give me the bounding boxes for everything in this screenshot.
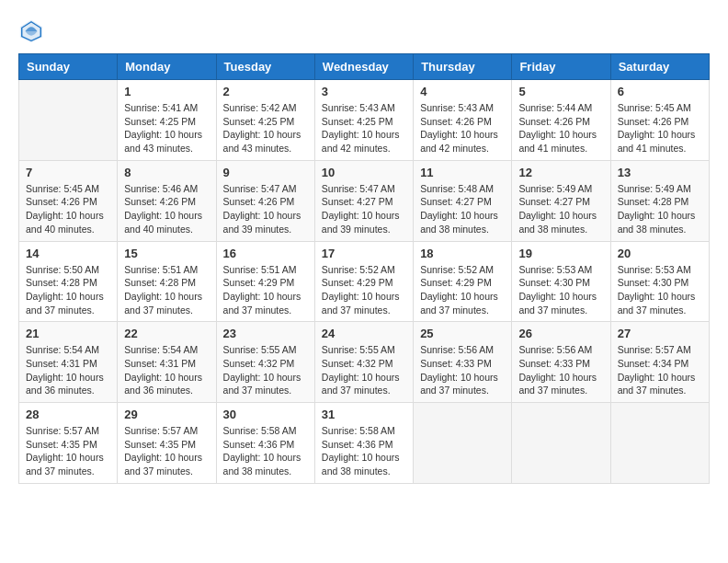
- calendar-cell: 5Sunrise: 5:44 AM Sunset: 4:26 PM Daylig…: [512, 80, 610, 161]
- day-number: 25: [420, 327, 505, 340]
- calendar-week-row: 1Sunrise: 5:41 AM Sunset: 4:25 PM Daylig…: [19, 80, 710, 161]
- day-number: 15: [124, 247, 209, 260]
- calendar-cell: 21Sunrise: 5:54 AM Sunset: 4:31 PM Dayli…: [19, 322, 118, 403]
- day-number: 4: [420, 85, 505, 98]
- calendar-cell: 8Sunrise: 5:46 AM Sunset: 4:26 PM Daylig…: [118, 160, 216, 241]
- day-number: 17: [322, 247, 406, 260]
- day-info: Sunrise: 5:57 AM Sunset: 4:34 PM Dayligh…: [618, 343, 702, 397]
- weekday-header: Friday: [512, 54, 610, 80]
- day-number: 27: [618, 327, 702, 340]
- calendar-cell: 2Sunrise: 5:42 AM Sunset: 4:25 PM Daylig…: [216, 80, 314, 161]
- day-info: Sunrise: 5:43 AM Sunset: 4:26 PM Dayligh…: [420, 101, 505, 155]
- calendar-cell: 30Sunrise: 5:58 AM Sunset: 4:36 PM Dayli…: [216, 403, 314, 484]
- calendar-cell: 7Sunrise: 5:45 AM Sunset: 4:26 PM Daylig…: [19, 160, 118, 241]
- weekday-header: Tuesday: [216, 54, 314, 80]
- day-number: 14: [26, 247, 110, 260]
- day-number: 8: [124, 166, 209, 179]
- day-number: 26: [518, 327, 603, 340]
- logo-icon: [18, 18, 44, 44]
- calendar-cell: 28Sunrise: 5:57 AM Sunset: 4:35 PM Dayli…: [19, 403, 118, 484]
- day-number: 23: [223, 327, 308, 340]
- day-info: Sunrise: 5:57 AM Sunset: 4:35 PM Dayligh…: [124, 424, 209, 478]
- day-number: 13: [618, 166, 702, 179]
- day-info: Sunrise: 5:44 AM Sunset: 4:26 PM Dayligh…: [518, 101, 603, 155]
- day-number: 2: [223, 85, 308, 98]
- day-info: Sunrise: 5:52 AM Sunset: 4:29 PM Dayligh…: [322, 263, 406, 317]
- day-info: Sunrise: 5:51 AM Sunset: 4:28 PM Dayligh…: [124, 263, 209, 317]
- day-info: Sunrise: 5:49 AM Sunset: 4:28 PM Dayligh…: [618, 182, 702, 236]
- calendar-cell: 1Sunrise: 5:41 AM Sunset: 4:25 PM Daylig…: [118, 80, 216, 161]
- calendar-cell: [610, 403, 709, 484]
- weekday-header: Monday: [118, 54, 216, 80]
- day-info: Sunrise: 5:54 AM Sunset: 4:31 PM Dayligh…: [26, 343, 110, 397]
- day-info: Sunrise: 5:57 AM Sunset: 4:35 PM Dayligh…: [26, 424, 110, 478]
- calendar-cell: 18Sunrise: 5:52 AM Sunset: 4:29 PM Dayli…: [414, 241, 512, 322]
- calendar-cell: 24Sunrise: 5:55 AM Sunset: 4:32 PM Dayli…: [314, 322, 413, 403]
- calendar-week-row: 7Sunrise: 5:45 AM Sunset: 4:26 PM Daylig…: [19, 160, 710, 241]
- calendar-cell: 23Sunrise: 5:55 AM Sunset: 4:32 PM Dayli…: [216, 322, 314, 403]
- day-info: Sunrise: 5:43 AM Sunset: 4:25 PM Dayligh…: [322, 101, 406, 155]
- day-number: 9: [223, 166, 308, 179]
- day-info: Sunrise: 5:58 AM Sunset: 4:36 PM Dayligh…: [322, 424, 406, 478]
- calendar-week-row: 21Sunrise: 5:54 AM Sunset: 4:31 PM Dayli…: [19, 322, 710, 403]
- day-info: Sunrise: 5:42 AM Sunset: 4:25 PM Dayligh…: [223, 101, 308, 155]
- day-info: Sunrise: 5:55 AM Sunset: 4:32 PM Dayligh…: [322, 343, 406, 397]
- calendar-cell: 11Sunrise: 5:48 AM Sunset: 4:27 PM Dayli…: [414, 160, 512, 241]
- calendar-week-row: 14Sunrise: 5:50 AM Sunset: 4:28 PM Dayli…: [19, 241, 710, 322]
- day-number: 7: [26, 166, 110, 179]
- day-info: Sunrise: 5:56 AM Sunset: 4:33 PM Dayligh…: [420, 343, 505, 397]
- calendar-cell: 4Sunrise: 5:43 AM Sunset: 4:26 PM Daylig…: [414, 80, 512, 161]
- day-number: 22: [124, 327, 209, 340]
- day-info: Sunrise: 5:54 AM Sunset: 4:31 PM Dayligh…: [124, 343, 209, 397]
- day-number: 3: [322, 85, 406, 98]
- calendar-table: SundayMondayTuesdayWednesdayThursdayFrid…: [18, 53, 710, 484]
- day-number: 12: [518, 166, 603, 179]
- calendar-cell: 12Sunrise: 5:49 AM Sunset: 4:27 PM Dayli…: [512, 160, 610, 241]
- calendar-cell: 16Sunrise: 5:51 AM Sunset: 4:29 PM Dayli…: [216, 241, 314, 322]
- day-number: 16: [223, 247, 308, 260]
- calendar-cell: 17Sunrise: 5:52 AM Sunset: 4:29 PM Dayli…: [314, 241, 413, 322]
- day-info: Sunrise: 5:52 AM Sunset: 4:29 PM Dayligh…: [420, 263, 505, 317]
- calendar-cell: 20Sunrise: 5:53 AM Sunset: 4:30 PM Dayli…: [610, 241, 709, 322]
- weekday-header: Wednesday: [314, 54, 413, 80]
- day-info: Sunrise: 5:47 AM Sunset: 4:26 PM Dayligh…: [223, 182, 308, 236]
- weekday-header: Thursday: [414, 54, 512, 80]
- calendar-cell: [414, 403, 512, 484]
- calendar-cell: 27Sunrise: 5:57 AM Sunset: 4:34 PM Dayli…: [610, 322, 709, 403]
- day-info: Sunrise: 5:55 AM Sunset: 4:32 PM Dayligh…: [223, 343, 308, 397]
- calendar-cell: 29Sunrise: 5:57 AM Sunset: 4:35 PM Dayli…: [118, 403, 216, 484]
- logo: [18, 18, 48, 44]
- calendar-cell: 14Sunrise: 5:50 AM Sunset: 4:28 PM Dayli…: [19, 241, 118, 322]
- day-info: Sunrise: 5:47 AM Sunset: 4:27 PM Dayligh…: [322, 182, 406, 236]
- calendar-cell: [19, 80, 118, 161]
- page-header: [18, 18, 710, 44]
- day-info: Sunrise: 5:45 AM Sunset: 4:26 PM Dayligh…: [618, 101, 702, 155]
- calendar-cell: 6Sunrise: 5:45 AM Sunset: 4:26 PM Daylig…: [610, 80, 709, 161]
- day-number: 20: [618, 247, 702, 260]
- day-info: Sunrise: 5:53 AM Sunset: 4:30 PM Dayligh…: [518, 263, 603, 317]
- calendar-cell: 19Sunrise: 5:53 AM Sunset: 4:30 PM Dayli…: [512, 241, 610, 322]
- day-info: Sunrise: 5:49 AM Sunset: 4:27 PM Dayligh…: [518, 182, 603, 236]
- calendar-header-row: SundayMondayTuesdayWednesdayThursdayFrid…: [19, 54, 710, 80]
- day-info: Sunrise: 5:51 AM Sunset: 4:29 PM Dayligh…: [223, 263, 308, 317]
- day-number: 21: [26, 327, 110, 340]
- calendar-cell: 26Sunrise: 5:56 AM Sunset: 4:33 PM Dayli…: [512, 322, 610, 403]
- day-number: 31: [322, 408, 406, 421]
- day-info: Sunrise: 5:45 AM Sunset: 4:26 PM Dayligh…: [26, 182, 110, 236]
- day-number: 18: [420, 247, 505, 260]
- weekday-header: Sunday: [19, 54, 118, 80]
- day-number: 10: [322, 166, 406, 179]
- calendar-cell: 10Sunrise: 5:47 AM Sunset: 4:27 PM Dayli…: [314, 160, 413, 241]
- day-number: 24: [322, 327, 406, 340]
- day-info: Sunrise: 5:46 AM Sunset: 4:26 PM Dayligh…: [124, 182, 209, 236]
- calendar-week-row: 28Sunrise: 5:57 AM Sunset: 4:35 PM Dayli…: [19, 403, 710, 484]
- day-info: Sunrise: 5:56 AM Sunset: 4:33 PM Dayligh…: [518, 343, 603, 397]
- day-info: Sunrise: 5:58 AM Sunset: 4:36 PM Dayligh…: [223, 424, 308, 478]
- day-number: 1: [124, 85, 209, 98]
- day-info: Sunrise: 5:41 AM Sunset: 4:25 PM Dayligh…: [124, 101, 209, 155]
- calendar-cell: 3Sunrise: 5:43 AM Sunset: 4:25 PM Daylig…: [314, 80, 413, 161]
- day-info: Sunrise: 5:48 AM Sunset: 4:27 PM Dayligh…: [420, 182, 505, 236]
- calendar-cell: [512, 403, 610, 484]
- day-number: 6: [618, 85, 702, 98]
- weekday-header: Saturday: [610, 54, 709, 80]
